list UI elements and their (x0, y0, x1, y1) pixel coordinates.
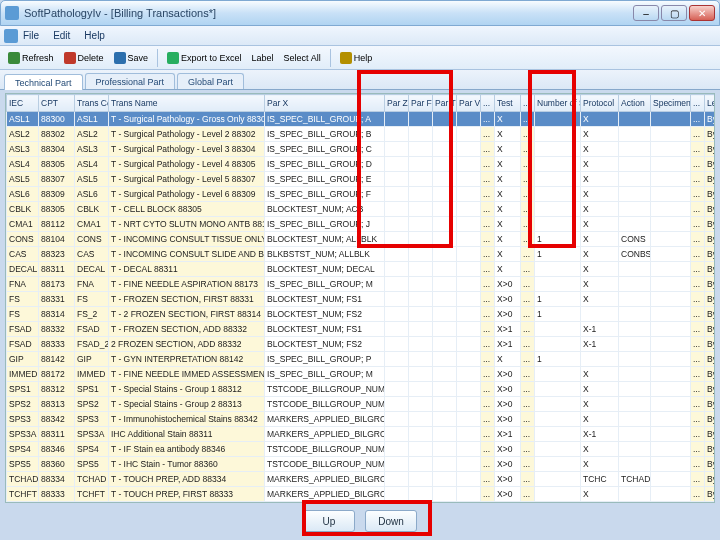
selectall-button[interactable]: Select All (280, 51, 325, 65)
help-button[interactable]: Help (336, 50, 377, 66)
down-button[interactable]: Down (365, 510, 417, 532)
col-parv[interactable]: Par V (457, 95, 481, 112)
header-row: IEC CPT Trans Code Trans Name Par X Par … (7, 95, 716, 112)
delete-button[interactable]: Delete (60, 50, 108, 66)
table-row[interactable]: CBLK88305CBLKT - CELL BLOCK 88305BLOCKTE… (7, 202, 716, 217)
export-icon (167, 52, 179, 64)
menu-help[interactable]: Help (84, 30, 105, 41)
separator-icon (157, 49, 158, 67)
label-button[interactable]: Label (248, 51, 278, 65)
close-button[interactable]: ✕ (689, 5, 715, 21)
col-cpt[interactable]: CPT (39, 95, 75, 112)
col-parf[interactable]: Par F (409, 95, 433, 112)
table-row[interactable]: ASL488305ASL4T - Surgical Pathology - Le… (7, 157, 716, 172)
table-row[interactable]: CAS88323CAST - INCOMING CONSULT SLIDE AN… (7, 247, 716, 262)
delete-icon (64, 52, 76, 64)
col-transcode[interactable]: Trans Code (75, 95, 109, 112)
col-level[interactable]: Level (705, 95, 716, 112)
table-row[interactable]: SPS3A88311SPS3AIHC Additional Stain 8831… (7, 427, 716, 442)
table-row[interactable]: SPS388342SPS3T - Immunohistochemical Sta… (7, 412, 716, 427)
col-action[interactable]: Action (619, 95, 651, 112)
table-row[interactable]: ASL188300ASL1T - Surgical Pathology - Gr… (7, 112, 716, 127)
col-dots[interactable]: ... (521, 95, 535, 112)
table-row[interactable]: SPS588360SPS5T - IHC Stain - Tumor 88360… (7, 457, 716, 472)
menu-file[interactable]: File (23, 30, 39, 41)
menubar: File Edit Help (0, 26, 720, 46)
table-row[interactable]: DECAL88311DECALT - DECAL 88311BLOCKTEST_… (7, 262, 716, 277)
col-dots2[interactable]: ... (691, 95, 705, 112)
table-row[interactable]: FS88314FS_2T - 2 FROZEN SECTION, FIRST 8… (7, 307, 716, 322)
col-test[interactable]: Test (495, 95, 521, 112)
app-icon (5, 6, 19, 20)
export-button[interactable]: Export to Excel (163, 50, 246, 66)
col-iec[interactable]: IEC (7, 95, 39, 112)
refresh-button[interactable]: Refresh (4, 50, 58, 66)
save-button[interactable]: Save (110, 50, 153, 66)
tab-global[interactable]: Global Part (177, 73, 244, 89)
window-title: SoftPathologyIv - [Billing Transactions*… (24, 7, 633, 19)
separator-icon (330, 49, 331, 67)
col-dots[interactable]: ... (481, 95, 495, 112)
help-icon (340, 52, 352, 64)
col-part[interactable]: Par T (433, 95, 457, 112)
grid-container: IEC CPT Trans Code Trans Name Par X Par … (5, 93, 715, 503)
refresh-icon (8, 52, 20, 64)
table-row[interactable]: FS88331FST - FROZEN SECTION, FIRST 88331… (7, 292, 716, 307)
table-row[interactable]: ASL688309ASL6T - Surgical Pathology - Le… (7, 187, 716, 202)
table-row[interactable]: CONS88104CONST - INCOMING CONSULT TISSUE… (7, 232, 716, 247)
table-row[interactable]: SPS288313SPS2T - Special Stains - Group … (7, 397, 716, 412)
col-parx[interactable]: Par X (265, 95, 385, 112)
table-row[interactable]: GIP88142GIPT - GYN INTERPRETATION 88142I… (7, 352, 716, 367)
table-row[interactable]: TCHAD88334TCHADT - TOUCH PREP, ADD 88334… (7, 472, 716, 487)
titlebar: SoftPathologyIv - [Billing Transactions*… (0, 0, 720, 26)
table-row[interactable]: ASL288302ASL2T - Surgical Pathology - Le… (7, 127, 716, 142)
menu-edit[interactable]: Edit (53, 30, 70, 41)
tab-technical[interactable]: Technical Part (4, 74, 83, 90)
menu-icon (4, 29, 18, 43)
col-parz[interactable]: Par Z (385, 95, 409, 112)
table-row[interactable]: SPS488346SPS4T - IF Stain ea antibody 88… (7, 442, 716, 457)
button-bar: Up Down (0, 506, 720, 536)
tab-professional[interactable]: Professional Part (85, 73, 176, 89)
table-row[interactable]: FNA88173FNAT - FINE NEEDLE ASPIRATION 88… (7, 277, 716, 292)
table-row[interactable]: TCHFT88333TCHFTT - TOUCH PREP, FIRST 883… (7, 487, 716, 502)
table-row[interactable]: SPS188312SPS1T - Special Stains - Group … (7, 382, 716, 397)
transactions-grid[interactable]: IEC CPT Trans Code Trans Name Par X Par … (6, 94, 715, 502)
col-specimen[interactable]: Specimen (651, 95, 691, 112)
toolbar: Refresh Delete Save Export to Excel Labe… (0, 46, 720, 70)
table-row[interactable]: IMMED88172IMMEDT - FINE NEEDLE IMMED ASS… (7, 367, 716, 382)
col-protocol[interactable]: Protocol (581, 95, 619, 112)
table-row[interactable]: ASL588307ASL5T - Surgical Pathology - Le… (7, 172, 716, 187)
table-row[interactable]: ASL388304ASL3T - Surgical Pathology - Le… (7, 142, 716, 157)
minimize-button[interactable]: – (633, 5, 659, 21)
save-icon (114, 52, 126, 64)
maximize-button[interactable]: ▢ (661, 5, 687, 21)
col-ns[interactable]: Number of S (535, 95, 581, 112)
up-button[interactable]: Up (303, 510, 355, 532)
col-transname[interactable]: Trans Name (109, 95, 265, 112)
table-row[interactable]: CMA188112CMA1T - NRT CYTO SLUTN MONO ANT… (7, 217, 716, 232)
table-row[interactable]: FSAD88332FSADT - FROZEN SECTION, ADD 883… (7, 322, 716, 337)
tabstrip: Technical Part Professional Part Global … (0, 70, 720, 90)
table-row[interactable]: FSAD88333FSAD_22 FROZEN SECTION, ADD 883… (7, 337, 716, 352)
